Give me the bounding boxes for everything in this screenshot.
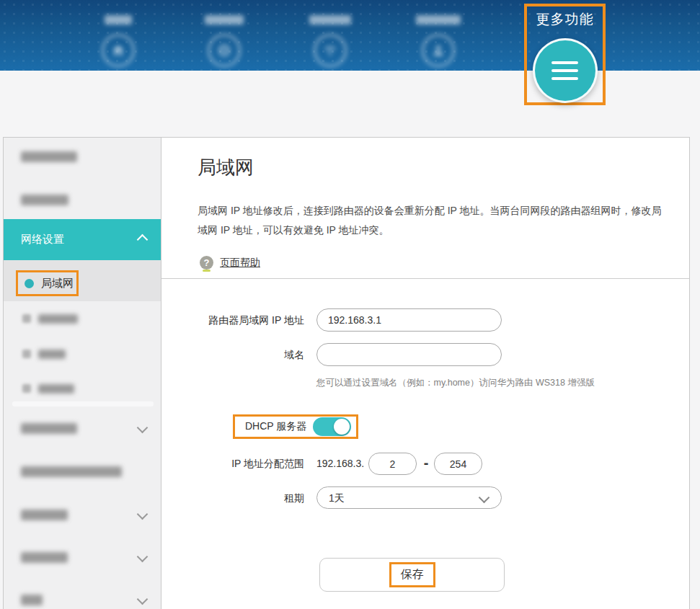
internet-icon [208,34,241,67]
redacted-label [21,466,122,477]
menu-icon [551,61,578,80]
nav-item-devices[interactable] [402,14,474,67]
sidebar-item-redacted-5[interactable] [4,500,161,529]
page-description: 局域网 IP 地址修改后，连接到路由器的设备会重新分配 IP 地址。当两台同网段… [198,201,665,240]
page-help-label: 页面帮助 [220,257,260,270]
ip-range-start-input[interactable] [368,453,417,475]
sidebar-subitem-redacted-3[interactable] [4,374,161,403]
redacted-label [21,595,43,605]
submenu-separator [12,401,154,406]
highlight-box-lan: 局域网 [16,270,79,296]
chevron-down-icon [137,551,149,563]
domain-label: 域名 [161,349,304,362]
more-functions-button[interactable] [533,38,598,103]
devices-icon [422,34,455,67]
page-title: 局域网 [198,156,254,178]
domain-input[interactable] [316,343,502,366]
more-functions-label: 更多功能 [527,10,603,29]
sidebar-item-redacted-7[interactable] [4,585,161,609]
router-admin-page: 更多功能 网络设置 局域网 [0,0,700,609]
sidebar-item-redacted-6[interactable] [4,543,161,572]
sidebar-subitem-redacted-1[interactable] [4,304,161,333]
chevron-down-icon [479,492,490,504]
nav-item-wifi[interactable] [294,14,366,67]
help-icon: ? [200,256,213,270]
save-button[interactable]: 保存 [319,558,505,592]
sidebar-item-redacted-4[interactable] [4,457,161,486]
ip-range-label: IP 地址分配范围 [161,458,304,471]
ip-range-end-input[interactable] [434,453,482,475]
section-divider [161,278,689,279]
sidebar-section-network-settings[interactable]: 网络设置 [4,219,161,260]
chevron-down-icon [137,594,149,605]
sidebar-item-redacted-2[interactable] [4,185,161,214]
dhcp-server-label: DHCP 服务器 [245,420,306,433]
highlight-box-more-functions: 更多功能 [524,4,606,105]
redacted-label [38,384,74,394]
redacted-nav-label [416,15,461,25]
save-button-label: 保存 [401,568,424,580]
redacted-label [21,195,68,205]
chevron-up-icon [137,234,149,246]
sidebar-subitem-redacted-2[interactable] [4,339,161,368]
lan-settings-panel: 局域网 局域网 IP 地址修改后，连接到路由器的设备会重新分配 IP 地址。当两… [161,137,690,609]
lease-select[interactable]: 1天 [316,486,502,509]
redacted-label [21,552,68,563]
chevron-down-icon [137,509,149,520]
sidebar-item-redacted-3[interactable] [4,414,161,443]
network-settings-label: 网络设置 [21,233,64,246]
redacted-label [21,151,77,162]
lease-label: 租期 [161,492,304,505]
nav-item-home[interactable] [82,14,154,67]
chevron-down-icon [137,422,149,434]
lan-ip-label: 路由器局域网 IP 地址 [161,314,304,327]
redacted-nav-label [205,15,244,25]
range-dash-icon: - [419,453,433,475]
toggle-knob-icon [334,419,350,435]
lease-value: 1天 [329,487,345,509]
redacted-sub-icon [22,314,31,323]
redacted-sub-icon [22,384,31,393]
redacted-sub-icon [22,350,31,358]
redacted-nav-label [309,15,351,25]
sidebar-item-redacted-1[interactable] [4,142,161,171]
lan-ip-input[interactable] [316,308,502,332]
page-help-link[interactable]: ? 页面帮助 [200,256,260,270]
redacted-nav-label [105,15,132,25]
highlight-box-dhcp: DHCP 服务器 [233,414,358,439]
nav-item-internet[interactable] [188,14,260,67]
highlight-box-save: 保存 [389,562,435,587]
redacted-label [38,350,66,359]
dhcp-toggle[interactable] [313,417,351,436]
redacted-label [38,314,78,324]
wifi-icon [314,34,347,67]
home-icon [102,34,135,67]
lan-item-label: 局域网 [41,277,74,290]
domain-helper-text: 您可以通过设置域名（例如：my.home）访问华为路由 WS318 增强版 [316,377,595,389]
sidebar-menu: 网络设置 局域网 [3,137,161,609]
sidebar-item-lan[interactable]: 局域网 [4,260,161,301]
redacted-label [21,510,68,520]
ip-range-prefix: 192.168.3. [316,458,364,469]
redacted-label [21,423,77,434]
selected-dot-icon [25,279,34,288]
